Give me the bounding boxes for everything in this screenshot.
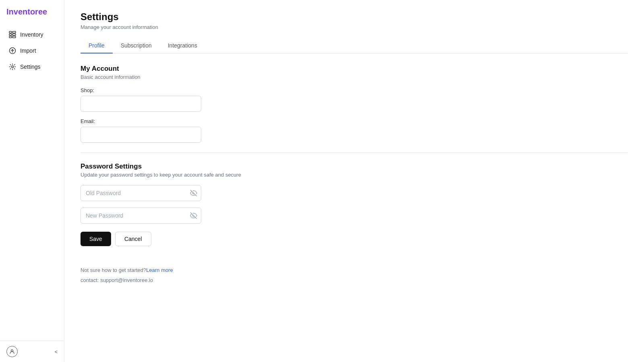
my-account-subtitle: Basic account information xyxy=(80,74,628,80)
user-avatar[interactable] xyxy=(6,346,18,357)
footer-help-text: Not sure how to get started? xyxy=(80,267,146,273)
save-button[interactable]: Save xyxy=(80,232,111,246)
grid-icon xyxy=(9,31,16,38)
my-account-title: My Account xyxy=(80,65,628,73)
new-password-wrapper xyxy=(80,208,201,224)
page-title: Settings xyxy=(80,11,628,23)
password-settings-section: Password Settings Update your password s… xyxy=(80,162,628,246)
old-password-wrapper xyxy=(80,185,201,201)
footer-help-line: Not sure how to get started?Learn more xyxy=(80,265,628,276)
sidebar-item-import-label: Import xyxy=(20,47,36,54)
sidebar-item-settings[interactable]: Settings xyxy=(2,59,62,74)
main-content: Settings Manage your account information… xyxy=(64,0,644,362)
upload-icon xyxy=(9,47,16,54)
email-input[interactable] xyxy=(80,127,201,143)
sidebar-nav: Inventory Import Settings xyxy=(0,25,64,341)
svg-rect-5 xyxy=(12,36,16,38)
svg-rect-0 xyxy=(9,31,12,33)
sidebar-footer: < xyxy=(0,341,64,362)
sidebar: Inventoree Inventory xyxy=(0,0,64,362)
page-subtitle: Manage your account information xyxy=(80,24,628,30)
section-divider xyxy=(80,152,628,153)
new-password-group xyxy=(80,208,628,224)
sidebar-item-inventory-label: Inventory xyxy=(20,31,43,38)
shop-input[interactable] xyxy=(80,96,201,112)
shop-field-group: Shop: xyxy=(80,87,628,112)
email-label: Email: xyxy=(80,118,628,124)
sidebar-item-inventory[interactable]: Inventory xyxy=(2,27,62,42)
svg-rect-4 xyxy=(12,34,16,35)
old-password-input[interactable] xyxy=(80,185,201,201)
sidebar-item-settings-label: Settings xyxy=(20,64,41,70)
page-footer: Not sure how to get started?Learn more c… xyxy=(80,265,628,285)
action-buttons: Save Cancel xyxy=(80,232,628,246)
shop-label: Shop: xyxy=(80,87,628,93)
my-account-section: My Account Basic account information Sho… xyxy=(80,65,628,143)
new-password-toggle-icon[interactable] xyxy=(190,212,197,219)
sidebar-item-import[interactable]: Import xyxy=(2,43,62,58)
svg-rect-3 xyxy=(12,31,16,33)
app-logo[interactable]: Inventoree xyxy=(0,0,64,25)
learn-more-link[interactable]: Learn more xyxy=(146,267,173,273)
new-password-input[interactable] xyxy=(80,208,201,224)
cancel-button[interactable]: Cancel xyxy=(115,232,151,246)
tab-integrations[interactable]: Integrations xyxy=(160,38,205,53)
footer-contact: contact: support@inventoree.io xyxy=(80,276,628,286)
svg-line-11 xyxy=(191,213,197,219)
svg-rect-2 xyxy=(9,36,12,38)
collapse-button[interactable]: < xyxy=(54,349,58,355)
password-settings-subtitle: Update your password settings to keep yo… xyxy=(80,172,628,178)
tab-subscription[interactable]: Subscription xyxy=(113,38,160,53)
tabs: Profile Subscription Integrations xyxy=(80,38,628,53)
email-field-group: Email: xyxy=(80,118,628,143)
svg-rect-1 xyxy=(9,34,12,35)
svg-line-10 xyxy=(191,190,197,196)
password-settings-title: Password Settings xyxy=(80,162,628,171)
tab-profile[interactable]: Profile xyxy=(80,38,113,53)
old-password-toggle-icon[interactable] xyxy=(190,189,197,197)
old-password-group xyxy=(80,185,628,201)
svg-point-8 xyxy=(12,66,14,68)
gear-icon xyxy=(9,63,16,70)
